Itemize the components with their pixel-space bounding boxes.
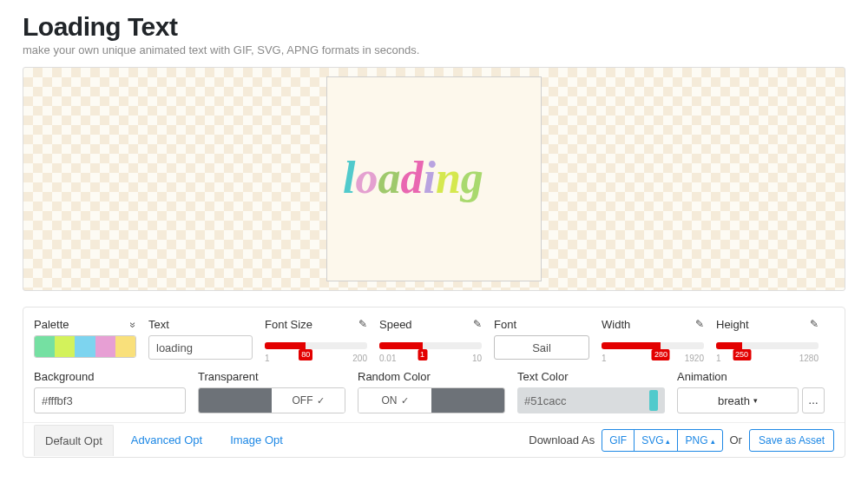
swatch[interactable] [95,336,115,357]
download-gif-button[interactable]: GIF [602,430,634,451]
caret-up-icon [711,434,715,446]
slider-max: 1920 [685,354,704,363]
slider-min: 1 [602,354,607,363]
textcolor-field[interactable]: #51cacc [517,387,665,413]
font-select[interactable]: Sail [494,335,589,360]
toggle-off-seg[interactable]: OFF [272,388,345,413]
text-label: Text [148,318,169,331]
randomcolor-toggle[interactable]: ON [358,387,505,413]
pencil-icon[interactable]: ✎ [473,318,482,330]
slider-min: 0.01 [379,354,396,363]
swatch[interactable] [55,336,75,357]
swatch[interactable] [75,336,95,357]
palette-label: Palette [34,318,69,331]
tab-default[interactable]: Default Opt [34,425,114,456]
width-label: Width [602,318,630,331]
pencil-icon[interactable]: ✎ [810,318,819,330]
font-label: Font [494,318,516,331]
check-icon [401,394,409,407]
svg-text:loading: loading [343,153,483,202]
check-icon [317,394,325,407]
fontsize-slider[interactable]: 1 80 200 [265,335,367,360]
transparent-label: Transparent [198,370,259,383]
save-asset-button[interactable]: Save as Asset [749,429,834,452]
animation-label: Animation [677,370,727,383]
slider-min: 1 [265,354,270,363]
height-slider[interactable]: 1 250 1280 [716,335,819,360]
bottom-bar: Default Opt Advanced Opt Image Opt Downl… [23,422,845,457]
background-input[interactable] [34,387,186,413]
pencil-icon[interactable]: ✎ [358,318,367,330]
page-title: Loading Text [23,12,845,42]
preview-text-svg: loading [343,144,525,214]
more-button[interactable]: … [802,387,825,413]
randomcolor-label: Random Color [358,370,431,383]
palette-swatches[interactable] [34,335,136,358]
download-svg-button[interactable]: SVG [634,430,677,451]
download-group: GIF SVG PNG [602,429,722,452]
slider-value: 250 [733,349,751,360]
swatch[interactable] [115,336,135,357]
slider-max: 200 [352,354,367,363]
page-subtitle: make your own unique animated text with … [23,43,845,56]
animation-select[interactable]: breath ▾ [677,387,799,413]
caret-up-icon [666,434,670,446]
toggle-on-seg[interactable] [199,388,272,413]
preview-canvas: loading [326,76,542,281]
height-label: Height [716,318,749,331]
slider-min: 1 [716,354,721,363]
preview-area: loading [23,67,845,291]
slider-value: 280 [652,349,670,360]
slider-value: 1 [418,349,427,360]
fontsize-label: Font Size [265,318,312,331]
transparent-toggle[interactable]: OFF [198,387,345,413]
speed-label: Speed [379,318,412,331]
toggle-on-seg[interactable]: ON [358,388,431,413]
slider-value: 80 [299,349,312,360]
or-label: Or [730,433,742,446]
slider-max: 10 [472,354,482,363]
background-label: Background [34,370,94,383]
speed-slider[interactable]: 0.01 1 10 [379,335,482,360]
textcolor-value: #51cacc [524,394,566,407]
text-input[interactable] [148,335,253,360]
tab-image[interactable]: Image Opt [220,425,293,455]
download-label: Download As [529,433,595,446]
controls-panel: Palette Text Font Size ✎ 1 [23,307,845,458]
toggle-off-seg[interactable] [431,388,504,413]
swatch[interactable] [35,336,55,357]
tab-advanced[interactable]: Advanced Opt [121,425,213,455]
slider-max: 1280 [799,354,819,363]
caret-down-icon: ▾ [753,396,758,405]
width-slider[interactable]: 1 280 1920 [602,335,704,360]
chevron-down-icon[interactable] [130,318,136,331]
color-chip [649,390,658,411]
download-png-button[interactable]: PNG [677,430,721,451]
textcolor-label: Text Color [517,370,569,383]
pencil-icon[interactable]: ✎ [695,318,704,330]
